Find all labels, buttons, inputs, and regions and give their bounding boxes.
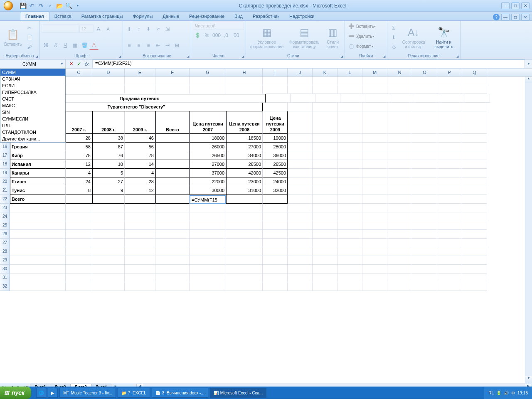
fill-icon[interactable]: ⬇ (389, 33, 398, 42)
row-header[interactable]: 24 (0, 212, 10, 221)
cell[interactable] (155, 230, 190, 239)
cell[interactable] (125, 204, 155, 212)
indent-dec-icon[interactable]: ⇤ (153, 41, 163, 50)
cell[interactable] (337, 221, 362, 230)
cell[interactable]: 24 (66, 177, 92, 186)
cell[interactable] (412, 186, 437, 195)
cell[interactable] (387, 143, 412, 151)
cell[interactable] (92, 85, 125, 94)
format-cells-label[interactable]: Формат (356, 44, 371, 49)
cell[interactable] (337, 204, 362, 212)
cell[interactable] (226, 85, 263, 94)
row-header[interactable]: 20 (0, 177, 10, 186)
cell[interactable] (412, 204, 437, 212)
tab-insert[interactable]: Вставка (49, 12, 76, 20)
cell[interactable] (226, 195, 263, 204)
align-right-icon[interactable]: ≡ (144, 41, 153, 50)
format-cells-icon[interactable]: ▢ (347, 42, 356, 51)
cell[interactable] (313, 247, 337, 256)
row-header[interactable]: 17 (0, 151, 10, 160)
func-option[interactable]: МАКС (0, 102, 65, 109)
cell[interactable] (155, 160, 190, 169)
cell[interactable] (66, 195, 92, 204)
cell[interactable] (66, 204, 92, 212)
cell[interactable] (387, 204, 412, 212)
cell[interactable] (437, 212, 462, 221)
taskbar-item[interactable]: 📄3_Вычиления.docx -... (152, 388, 208, 398)
cell[interactable] (155, 186, 190, 195)
cell[interactable] (313, 230, 337, 239)
help-icon[interactable]: ? (493, 14, 500, 20)
cell[interactable] (362, 134, 387, 143)
cell[interactable] (92, 273, 125, 282)
autosum-icon[interactable]: Σ (389, 23, 398, 32)
cell[interactable] (155, 282, 190, 291)
doc-restore-button[interactable]: □ (511, 14, 520, 20)
cell[interactable] (412, 273, 437, 282)
cell[interactable] (462, 85, 487, 94)
cell[interactable] (412, 265, 437, 273)
cell[interactable]: 19000 (263, 134, 288, 143)
cell[interactable] (362, 177, 387, 186)
tab-developer[interactable]: Разработчик (248, 12, 284, 20)
cell[interactable] (66, 85, 92, 94)
tray-icon[interactable]: ⚙ (511, 391, 515, 395)
col-header[interactable]: D (92, 69, 125, 76)
cell[interactable] (288, 212, 313, 221)
italic-button[interactable]: К (51, 41, 60, 50)
func-option[interactable]: ПЛТ (0, 122, 65, 129)
cell[interactable] (313, 160, 337, 169)
editing-cell[interactable]: =СУММ(F15 (190, 195, 226, 204)
cell[interactable] (437, 239, 462, 247)
shrink-font-icon[interactable]: A (103, 25, 113, 34)
cell[interactable] (337, 212, 362, 221)
cell[interactable]: Египет (10, 177, 66, 186)
cell[interactable] (412, 282, 437, 291)
cell[interactable] (92, 204, 125, 212)
header-cell[interactable]: Всего (155, 111, 190, 134)
cell[interactable] (313, 143, 337, 151)
cell[interactable]: 76 (92, 151, 125, 160)
cell[interactable] (387, 239, 412, 247)
insert-cells-label[interactable]: Вставить (356, 24, 374, 29)
cell[interactable] (437, 160, 462, 169)
cell[interactable]: 4 (125, 169, 155, 177)
cell[interactable] (66, 212, 92, 221)
header-cell[interactable]: Цена путевки 2009 (263, 111, 288, 134)
cell[interactable] (125, 265, 155, 273)
align-center-icon[interactable]: ≡ (134, 41, 143, 50)
accept-formula-icon[interactable]: ✓ (75, 60, 83, 68)
find-select-button[interactable]: 🔭Найти и выделить (429, 24, 459, 51)
cell[interactable] (412, 169, 437, 177)
cell[interactable]: 5 (92, 169, 125, 177)
cell[interactable] (437, 76, 462, 85)
cell[interactable] (462, 265, 487, 273)
cell[interactable] (125, 282, 155, 291)
col-header[interactable]: I (263, 69, 288, 76)
cell[interactable] (412, 160, 437, 169)
cell[interactable] (226, 76, 263, 85)
cell[interactable] (288, 204, 313, 212)
cell[interactable] (10, 239, 66, 247)
cell[interactable] (337, 282, 362, 291)
cell[interactable] (10, 273, 66, 282)
cell[interactable] (313, 177, 337, 186)
cell[interactable]: Тунис (10, 186, 66, 195)
cell[interactable]: Греция (10, 143, 66, 151)
cell[interactable] (125, 221, 155, 230)
row-header[interactable]: 23 (0, 204, 10, 212)
func-option[interactable]: СУММЕСЛИ (0, 116, 65, 122)
header-cell[interactable]: 2007 г. (66, 111, 92, 134)
cell[interactable]: 8 (66, 186, 92, 195)
cell[interactable] (155, 195, 190, 204)
cell[interactable] (263, 265, 288, 273)
cell[interactable] (337, 76, 362, 85)
header-cell[interactable]: Цена путевки 2007 (190, 111, 226, 134)
cell[interactable]: 4 (66, 169, 92, 177)
cell[interactable] (412, 76, 437, 85)
cell[interactable] (387, 282, 412, 291)
cell[interactable] (337, 151, 362, 160)
cell[interactable] (10, 221, 66, 230)
cell[interactable] (313, 282, 337, 291)
cell[interactable]: 67 (92, 143, 125, 151)
